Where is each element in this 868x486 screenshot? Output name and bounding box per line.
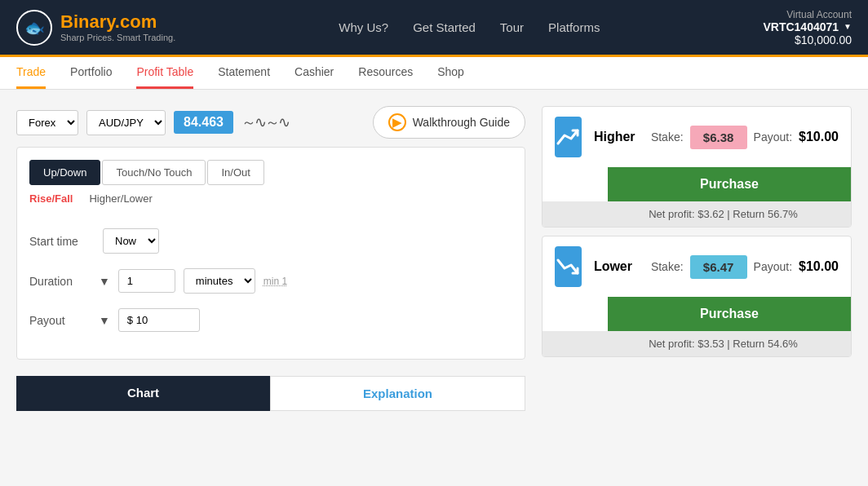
payout-label-wrap: Payout ▼ — [29, 314, 110, 327]
account-id-text: VRTC1404071 — [763, 20, 839, 33]
subnav-cashier[interactable]: Cashier — [294, 57, 334, 89]
payout-label: Payout — [29, 314, 95, 327]
walkthrough-icon: ▶ — [388, 113, 406, 131]
subnav-statement[interactable]: Statement — [218, 57, 270, 89]
subnav-shop[interactable]: Shop — [437, 57, 464, 89]
walkthrough-label: Walkthrough Guide — [413, 116, 510, 129]
logo-text: Binary.com — [60, 12, 175, 32]
start-time-label: Start time — [29, 235, 95, 248]
higher-label: Higher — [594, 130, 639, 144]
account-balance: $10,000.00 — [763, 33, 852, 46]
higher-trade-card: Higher Stake: Payout: $10.00 Purchase Ne… — [542, 106, 852, 228]
sub-navigation: Trade Portfolio Profit Table Statement C… — [0, 57, 868, 90]
right-panel: Higher Stake: Payout: $10.00 Purchase Ne… — [542, 106, 852, 411]
subnav-trade[interactable]: Trade — [16, 57, 46, 89]
higher-payout-label: Payout: — [754, 130, 792, 144]
higher-stake-input[interactable] — [690, 126, 747, 149]
lower-stake-input[interactable] — [690, 255, 747, 279]
higher-net-profit: Net profit: $3.62 | Return 56.7% — [542, 201, 851, 227]
lower-card-top: Lower Stake: Payout: $10.00 — [542, 236, 851, 297]
higher-stake-label: Stake: — [651, 130, 684, 144]
duration-unit-select[interactable]: minutes — [184, 268, 255, 294]
account-id-dropdown[interactable]: VRTC1404071 ▼ — [763, 20, 852, 33]
lower-label: Lower — [594, 259, 639, 274]
nav-platforms[interactable]: Platforms — [548, 20, 600, 34]
duration-label-wrap: Duration ▼ — [29, 275, 110, 288]
main-content: Forex AUD/JPY 84.463 ～∿～∿ ▶ Walkthrough … — [0, 90, 868, 427]
account-chevron-icon: ▼ — [844, 22, 852, 31]
start-time-select[interactable]: Now — [103, 228, 159, 254]
logo-icon: 🐟 — [16, 10, 52, 46]
logo-com: .com — [115, 11, 157, 32]
mini-chart: ～∿～∿ — [241, 113, 289, 132]
subnav-resources[interactable]: Resources — [358, 57, 413, 89]
lower-stake-payout: Stake: Payout: $10.00 — [651, 255, 839, 279]
duration-input[interactable] — [118, 269, 175, 293]
main-nav-links: Why Us? Get Started Tour Platforms — [339, 20, 600, 34]
tab-updown[interactable]: Up/Down — [29, 160, 100, 185]
bottom-tabs: Chart Explanation — [16, 376, 525, 411]
lower-stake-label: Stake: — [651, 260, 684, 273]
account-label: Virtual Account — [763, 9, 852, 20]
nav-why-us[interactable]: Why Us? — [339, 20, 388, 34]
higher-card-top: Higher Stake: Payout: $10.00 — [542, 107, 851, 167]
higher-icon — [555, 117, 582, 157]
lower-payout-label: Payout: — [754, 260, 792, 273]
trade-form-panel: Up/Down Touch/No Touch In/Out Rise/Fall … — [16, 147, 525, 360]
nav-tour[interactable]: Tour — [500, 20, 524, 34]
logo-binary: Binary — [60, 11, 115, 32]
lower-icon — [555, 246, 582, 287]
higher-payout-value: $10.00 — [799, 130, 839, 144]
lower-trade-card: Lower Stake: Payout: $10.00 Purchase Net… — [542, 236, 852, 357]
subtab-rise-fall[interactable]: Rise/Fall — [29, 192, 73, 205]
payout-dropdown-icon[interactable]: ▼ — [99, 314, 110, 327]
duration-dropdown-icon[interactable]: ▼ — [99, 275, 110, 288]
tab-touch-no-touch[interactable]: Touch/No Touch — [102, 160, 206, 185]
start-time-row: Start time Now — [29, 228, 512, 254]
payout-input[interactable] — [118, 308, 200, 332]
subnav-portfolio[interactable]: Portfolio — [70, 57, 112, 89]
logo-area: 🐟 Binary.com Sharp Prices. Smart Trading… — [16, 10, 175, 46]
market-select[interactable]: Forex — [16, 110, 78, 135]
account-area: Virtual Account VRTC1404071 ▼ $10,000.00 — [763, 9, 852, 46]
walkthrough-button[interactable]: ▶ Walkthrough Guide — [373, 106, 525, 139]
trade-type-tabs: Up/Down Touch/No Touch In/Out — [29, 160, 512, 185]
duration-label: Duration — [29, 275, 95, 288]
higher-purchase-button[interactable]: Purchase — [608, 167, 851, 201]
tab-inout[interactable]: In/Out — [207, 160, 264, 185]
duration-row: Duration ▼ minutes min 1 — [29, 268, 512, 294]
price-display: 84.463 — [174, 111, 233, 134]
subnav-profit-table[interactable]: Profit Table — [136, 57, 193, 89]
lower-purchase-button[interactable]: Purchase — [608, 297, 851, 331]
lower-net-profit: Net profit: $3.53 | Return 54.6% — [542, 331, 851, 356]
duration-min-hint: min 1 — [264, 276, 287, 287]
tab-chart[interactable]: Chart — [16, 376, 270, 411]
higher-stake-payout: Stake: Payout: $10.00 — [651, 126, 839, 149]
logo-tagline: Sharp Prices. Smart Trading. — [60, 33, 175, 42]
nav-get-started[interactable]: Get Started — [413, 20, 476, 34]
payout-row: Payout ▼ — [29, 308, 512, 332]
top-navigation: 🐟 Binary.com Sharp Prices. Smart Trading… — [0, 0, 868, 57]
asset-select[interactable]: AUD/JPY — [86, 110, 166, 135]
lower-payout-value: $10.00 — [799, 259, 839, 274]
tab-explanation[interactable]: Explanation — [270, 376, 525, 411]
subtab-higher-lower[interactable]: Higher/Lower — [89, 192, 152, 205]
sub-type-tabs: Rise/Fall Higher/Lower — [29, 189, 512, 208]
